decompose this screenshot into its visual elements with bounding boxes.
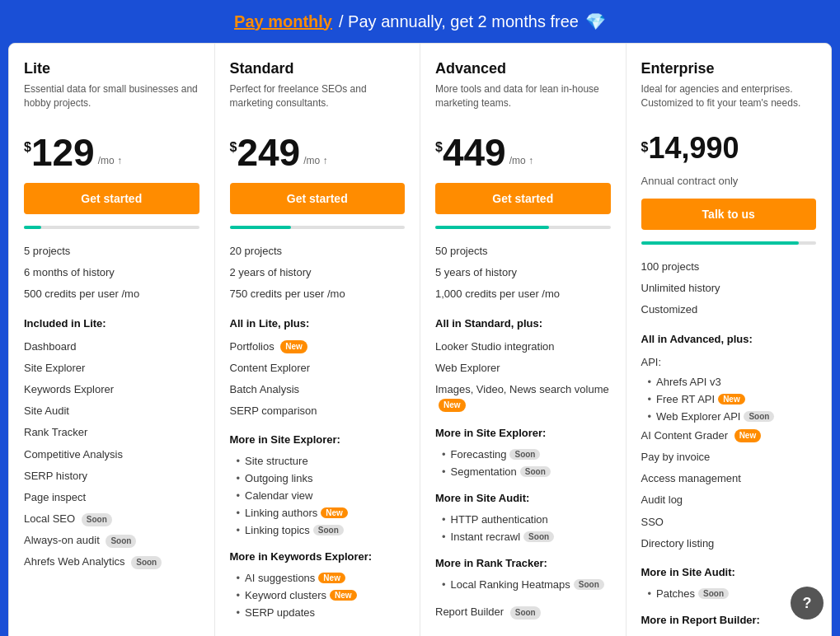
- stat-credits-lite: 500 credits per user /mo: [24, 283, 199, 305]
- get-started-standard-button[interactable]: Get started: [230, 183, 406, 214]
- badge-soon-instant-recrawl: Soon: [523, 531, 554, 542]
- more-rank-tracker-advanced: More in Rank Tracker:: [435, 557, 611, 569]
- badge-soon-forecasting: Soon: [509, 449, 540, 460]
- feature-serp-comparison: SERP comparison: [230, 400, 406, 422]
- badge-soon-always-on: Soon: [106, 535, 136, 548]
- feature-keywords-explorer: Keywords Explorer: [24, 379, 199, 400]
- progress-bar-advanced: [435, 226, 611, 229]
- sub-forecasting: •Forecasting Soon: [435, 446, 611, 463]
- help-button[interactable]: ?: [791, 587, 824, 620]
- feature-access-management: Access management: [641, 468, 817, 489]
- plan-standard-desc: Perfect for freelance SEOs and marketing…: [230, 82, 406, 122]
- badge-new-search-volume: New: [439, 399, 466, 412]
- plan-enterprise: Enterprise Ideal for agencies and enterp…: [626, 44, 832, 636]
- plan-advanced-price: $ 449 /mo ↑: [435, 133, 611, 171]
- progress-bar-lite: [24, 226, 199, 229]
- plan-standard: Standard Perfect for freelance SEOs and …: [215, 44, 421, 636]
- plan-advanced: Advanced More tools and data for lean in…: [420, 44, 626, 636]
- sub-web-explorer-api: •Web Explorer API Soon: [641, 408, 817, 425]
- get-started-lite-button[interactable]: Get started: [24, 183, 199, 214]
- price-dollar-enterprise: $: [641, 140, 649, 155]
- more-report-builder-enterprise: More in Report Builder:: [641, 614, 817, 626]
- plan-enterprise-price: $ 14,990: [641, 133, 817, 163]
- feature-sso: SSO: [641, 512, 817, 533]
- price-amount-lite: 129: [31, 133, 95, 171]
- stat-history-lite: 6 months of history: [24, 262, 199, 283]
- feature-site-audit: Site Audit: [24, 400, 199, 422]
- feature-ai-content-grader: AI Content Grader New: [641, 425, 817, 447]
- badge-soon-heatmaps: Soon: [574, 579, 604, 590]
- plan-lite-desc: Essential data for small businesses and …: [24, 82, 199, 122]
- sub-patches: •Patches Soon: [641, 585, 817, 602]
- price-amount-advanced: 449: [443, 133, 506, 171]
- stat-credits-advanced: 1,000 credits per user /mo: [435, 283, 611, 305]
- sub-ai-suggestions: •AI suggestions New: [230, 569, 406, 587]
- sub-site-structure: •Site structure: [230, 452, 406, 470]
- sub-linking-topics: •Linking topics Soon: [230, 521, 406, 539]
- talk-to-us-button[interactable]: Talk to us: [641, 199, 817, 230]
- section-header-lite: Included in Lite:: [24, 317, 199, 330]
- badge-new-ai-content-grader: New: [734, 429, 762, 442]
- top-bar: Pay monthly / Pay annually, get 2 months…: [0, 0, 840, 43]
- more-site-explorer-standard: More in Site Explorer:: [230, 433, 406, 446]
- more-site-explorer-advanced: More in Site Explorer:: [435, 427, 611, 439]
- feature-directory-listing: Directory listing: [641, 533, 817, 554]
- more-keywords-standard: More in Keywords Explorer:: [230, 550, 406, 563]
- badge-new-ai-suggestions: New: [318, 573, 345, 583]
- badge-new-keyword-clusters: New: [330, 590, 357, 601]
- feature-report-builder: Report Builder Soon: [435, 601, 611, 623]
- sub-http-auth: •HTTP authentication: [435, 511, 611, 528]
- diamond-icon: 💎: [585, 12, 606, 31]
- sub-free-rt-api: •Free RT API New: [641, 390, 817, 408]
- price-dollar-lite: $: [24, 140, 31, 155]
- feature-web-explorer: Web Explorer: [435, 358, 611, 379]
- badge-soon-patches: Soon: [698, 588, 729, 599]
- feature-audit-log: Audit log: [641, 489, 817, 511]
- plan-standard-price: $ 249 /mo ↑: [230, 133, 406, 171]
- price-dollar-standard: $: [230, 140, 237, 155]
- plan-standard-name: Standard: [230, 60, 406, 77]
- feature-web-analytics: Ahrefs Web Analytics Soon: [24, 551, 199, 573]
- feature-always-on-audit: Always-on audit Soon: [24, 530, 199, 551]
- feature-image-video-news: Images, Video, News search volume New: [435, 379, 611, 415]
- get-started-advanced-button[interactable]: Get started: [435, 183, 611, 214]
- feature-portfolios: Portfolios New: [230, 336, 406, 358]
- more-site-audit-enterprise: More in Site Audit:: [641, 566, 817, 578]
- badge-soon-segmentation: Soon: [520, 466, 551, 477]
- badge-new-linking-authors: New: [321, 507, 348, 518]
- price-per-standard: /mo ↑: [303, 155, 327, 166]
- sub-instant-recrawl: •Instant recrawl Soon: [435, 528, 611, 545]
- stat-projects-standard: 20 projects: [230, 241, 406, 262]
- feature-report-builder-soon: Soon: [641, 633, 817, 636]
- sub-outgoing-links: •Outgoing links: [230, 470, 406, 487]
- feature-content-explorer: Content Explorer: [230, 358, 406, 379]
- badge-new-rt-api: New: [718, 394, 745, 405]
- sub-serp-updates: •SERP updates: [230, 604, 406, 621]
- sub-linking-authors: •Linking authors New: [230, 504, 406, 521]
- sub-keyword-clusters: •Keyword clusters New: [230, 587, 406, 604]
- price-amount-standard: 249: [237, 133, 300, 171]
- section-header-advanced: All in Standard, plus:: [435, 317, 611, 330]
- stat-history-standard: 2 years of history: [230, 262, 406, 283]
- price-annual-enterprise: Annual contract only: [641, 175, 817, 187]
- section-header-standard: All in Lite, plus:: [230, 317, 406, 330]
- feature-api: API:: [641, 352, 817, 373]
- stat-credits-standard: 750 credits per user /mo: [230, 283, 406, 305]
- progress-bar-standard: [230, 226, 406, 229]
- feature-batch-analysis: Batch Analysis: [230, 379, 406, 400]
- plan-advanced-desc: More tools and data for lean in-house ma…: [435, 82, 611, 122]
- sub-segmentation: •Segmentation Soon: [435, 463, 611, 480]
- feature-looker-studio: Looker Studio integration: [435, 336, 611, 358]
- section-header-enterprise: All in Advanced, plus:: [641, 333, 817, 345]
- badge-soon-web-explorer-api: Soon: [744, 411, 774, 422]
- feature-local-seo: Local SEO Soon: [24, 508, 199, 530]
- feature-pay-by-invoice: Pay by invoice: [641, 447, 817, 468]
- feature-serp-history: SERP history: [24, 465, 199, 487]
- stat-credits-enterprise: Customized: [641, 299, 817, 320]
- pay-monthly-link[interactable]: Pay monthly: [234, 12, 332, 31]
- badge-soon-linking-topics: Soon: [313, 525, 344, 535]
- stat-projects-enterprise: 100 projects: [641, 256, 817, 278]
- price-dollar-advanced: $: [435, 140, 443, 155]
- price-per-advanced: /mo ↑: [509, 155, 533, 166]
- plan-enterprise-desc: Ideal for agencies and enterprises. Cust…: [641, 82, 817, 122]
